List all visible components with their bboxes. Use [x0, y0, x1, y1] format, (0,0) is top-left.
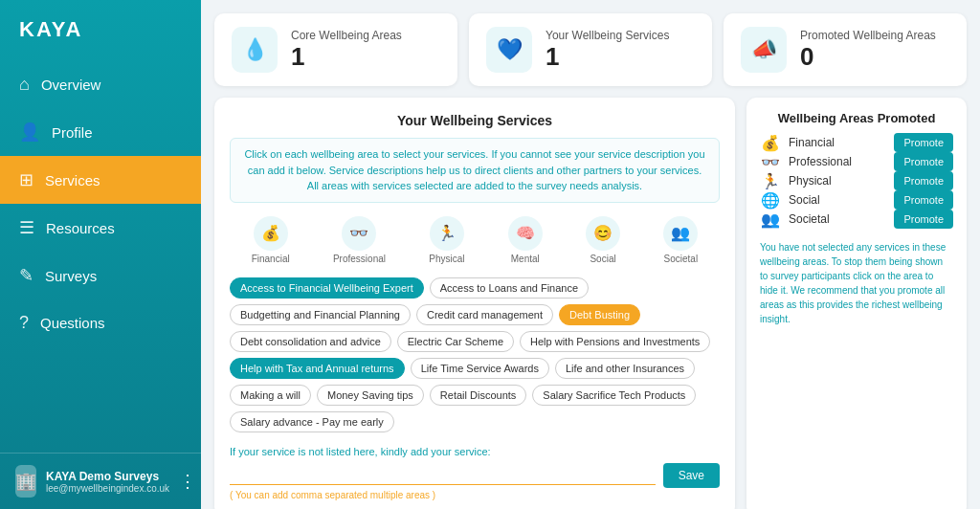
promote-button[interactable]: Promote [894, 190, 953, 210]
add-service-input[interactable] [230, 465, 656, 485]
promote-button[interactable]: Promote [894, 152, 953, 171]
promote-row: 👥 Societal Promote [760, 210, 953, 229]
service-tag[interactable]: Budgetting and Financial Planning [230, 304, 411, 325]
user-avatar: 🏢 [15, 465, 36, 498]
promote-row: 👓 Professional Promote [760, 152, 953, 171]
wellbeing-icons-row: 💰 Financial 👓 Professional 🏃 Physical 🧠 … [230, 212, 720, 268]
service-tag[interactable]: Debt consolidation and advice [230, 331, 391, 352]
societal-label: Societal [664, 254, 699, 264]
promote-area-icon: 🏃 [760, 172, 781, 190]
stats-row: 💧 Core Wellbeing Areas 1 💙 Your Wellbein… [214, 13, 967, 86]
sidebar-item-overview[interactable]: ⌂ Overview [0, 61, 201, 108]
service-tag[interactable]: Access to Financial Wellbeing Expert [230, 277, 424, 299]
stat-your-value: 1 [546, 42, 669, 72]
sidebar: KAYA ⌂ Overview 👤 Profile ⊞ Services ☰ R… [0, 0, 201, 509]
logo: KAYA [0, 0, 201, 52]
service-tag[interactable]: Access to Loans and Finance [430, 277, 589, 299]
mental-icon: 🧠 [508, 216, 543, 251]
stat-your-wellbeing: 💙 Your Wellbeing Services 1 [469, 13, 712, 86]
your-wellbeing-icon: 💙 [486, 27, 532, 73]
service-tag[interactable]: Salary advance - Pay me early [230, 411, 394, 432]
services-card-title: Your Wellbeing Services [230, 113, 720, 128]
financial-icon: 💰 [254, 216, 288, 251]
service-tag[interactable]: Retail Discounts [430, 385, 526, 406]
sidebar-item-resources[interactable]: ☰ Resources [0, 204, 201, 252]
social-icon: 😊 [586, 216, 620, 251]
service-tag[interactable]: Help with Tax and Annual returns [230, 358, 405, 379]
service-tag[interactable]: Electric Car Scheme [397, 331, 514, 352]
stat-your-label: Your Wellbeing Services [546, 29, 669, 42]
services-info-box: Click on each wellbeing area to select y… [230, 138, 720, 203]
resources-icon: ☰ [19, 217, 34, 238]
stat-core-value: 1 [291, 42, 402, 72]
sidebar-item-services[interactable]: ⊞ Services [0, 156, 201, 204]
stat-your-info: Your Wellbeing Services 1 [546, 29, 669, 72]
questions-icon: ? [19, 313, 29, 333]
add-service-hint: ( You can add comma separated multiple a… [230, 490, 720, 500]
service-tag[interactable]: Life Time Service Awards [411, 358, 549, 379]
wellbeing-societal[interactable]: 👥 Societal [663, 216, 698, 264]
core-wellbeing-icon: 💧 [232, 27, 278, 73]
stat-core-info: Core Wellbeing Areas 1 [291, 29, 402, 72]
add-service-row: Save [230, 463, 720, 488]
promote-button[interactable]: Promote [894, 171, 953, 190]
user-name: KAYA Demo Surveys [46, 470, 169, 483]
societal-icon: 👥 [663, 216, 698, 251]
promote-row: 🌐 Social Promote [760, 190, 953, 210]
stat-promoted-info: Promoted Wellbeing Areas 0 [800, 29, 936, 72]
sidebar-item-questions[interactable]: ? Questions [0, 299, 201, 346]
promoted-title: Wellbeing Areas Promoted [760, 111, 953, 125]
promote-area-icon: 👓 [760, 153, 781, 171]
stat-promoted-value: 0 [800, 42, 936, 72]
promote-row: 🏃 Physical Promote [760, 171, 953, 190]
mental-label: Mental [511, 254, 540, 264]
more-options-icon[interactable]: ⋮ [179, 471, 196, 492]
social-label: Social [590, 254, 615, 264]
wellbeing-physical[interactable]: 🏃 Physical [429, 216, 464, 264]
sidebar-label-surveys: Surveys [45, 268, 97, 284]
promote-area-label: Financial [789, 136, 886, 149]
promote-button[interactable]: Promote [894, 133, 953, 152]
profile-icon: 👤 [19, 122, 40, 143]
sidebar-nav: ⌂ Overview 👤 Profile ⊞ Services ☰ Resour… [0, 61, 201, 453]
sidebar-label-profile: Profile [52, 124, 93, 141]
sidebar-footer-info: KAYA Demo Surveys lee@mywellbeingindex.c… [46, 470, 169, 494]
main-content: 💧 Core Wellbeing Areas 1 💙 Your Wellbein… [201, 0, 980, 509]
service-tag[interactable]: Salary Sacrifice Tech Products [532, 385, 696, 406]
promote-area-label: Social [789, 193, 886, 207]
wellbeing-mental[interactable]: 🧠 Mental [508, 216, 543, 264]
service-tag[interactable]: Debt Busting [559, 304, 640, 325]
add-service-label: If your service is not listed here, kind… [230, 446, 720, 457]
promote-area-label: Societal [789, 212, 886, 226]
service-tag[interactable]: Help with Pensions and Investments [520, 331, 710, 352]
promote-area-label: Physical [789, 174, 886, 188]
wellbeing-financial[interactable]: 💰 Financial [252, 216, 290, 264]
financial-label: Financial [252, 254, 290, 264]
service-tag[interactable]: Making a will [230, 385, 311, 406]
promote-area-label: Professional [789, 155, 886, 168]
service-tag[interactable]: Credit card management [416, 304, 553, 325]
add-service-section: If your service is not listed here, kind… [230, 446, 720, 500]
promote-button[interactable]: Promote [894, 210, 953, 229]
promoted-icon: 📣 [741, 27, 787, 73]
wellbeing-social[interactable]: 😊 Social [586, 216, 620, 264]
physical-icon: 🏃 [430, 216, 464, 251]
wellbeing-professional[interactable]: 👓 Professional [333, 216, 386, 264]
service-tag[interactable]: Life and other Insurances [555, 358, 695, 379]
service-tag[interactable]: Money Saving tips [317, 385, 424, 406]
sidebar-label-overview: Overview [41, 77, 101, 93]
save-button[interactable]: Save [663, 463, 720, 488]
middle-row: Your Wellbeing Services Click on each we… [214, 98, 967, 509]
professional-icon: 👓 [342, 216, 376, 251]
sidebar-label-questions: Questions [40, 315, 105, 331]
stat-promoted: 📣 Promoted Wellbeing Areas 0 [724, 13, 967, 86]
services-card: Your Wellbeing Services Click on each we… [214, 98, 735, 509]
stat-core-wellbeing: 💧 Core Wellbeing Areas 1 [214, 13, 457, 86]
sidebar-item-surveys[interactable]: ✎ Surveys [0, 252, 201, 299]
physical-label: Physical [429, 254, 464, 264]
sidebar-label-services: Services [45, 172, 100, 188]
promote-rows: 💰 Financial Promote 👓 Professional Promo… [760, 133, 953, 229]
sidebar-label-resources: Resources [46, 220, 115, 236]
service-tags: Access to Financial Wellbeing ExpertAcce… [230, 277, 720, 432]
sidebar-item-profile[interactable]: 👤 Profile [0, 108, 201, 156]
